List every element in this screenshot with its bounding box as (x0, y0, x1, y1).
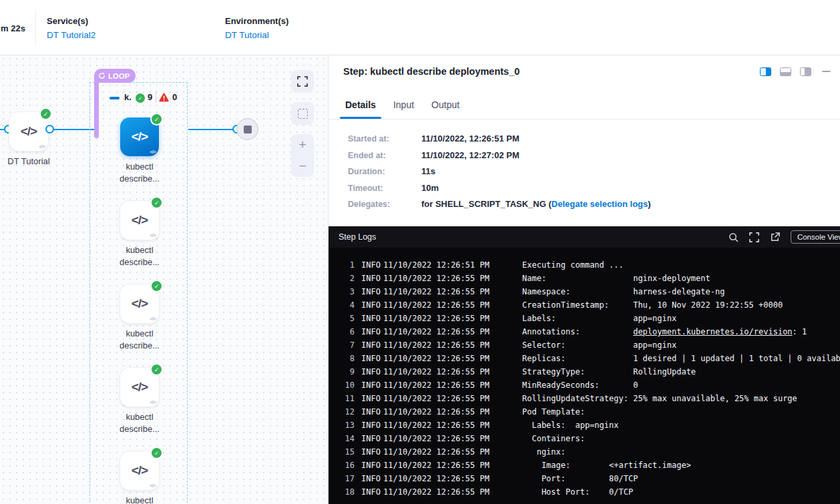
services-link[interactable]: DT Tutorial2 (47, 30, 95, 40)
tab-input[interactable]: Input (393, 99, 414, 119)
log-timestamp: 11/10/2022 12:26:55 PM (383, 419, 492, 432)
log-annotation-link[interactable]: deployment.kubernetes.io/revision (633, 327, 792, 336)
detail-row: Delegates: for SHELL_SCRIPT_TASK_NG (Del… (348, 199, 840, 210)
console-view-button[interactable]: Console View (791, 230, 840, 244)
environments-link[interactable]: DT Tutorial (225, 30, 288, 40)
log-message: CreationTimestamp: Thu, 10 Nov 2022 19:2… (522, 298, 783, 312)
zoom-out-button[interactable]: − (291, 156, 314, 177)
script-corner-icon: </> (39, 144, 45, 149)
detail-value: 11/10/2022, 12:26:51 PM (421, 134, 519, 144)
log-line: 10 INFO 11/10/2022 12:26:55 PM MinReadyS… (345, 379, 840, 392)
detail-label: Delegates: (348, 199, 421, 210)
pipeline-step-node[interactable]: </> </> ✓ (120, 451, 159, 490)
canvas-zoom-controls: + − (291, 134, 314, 177)
log-line-number: 18 (345, 485, 355, 499)
log-level: INFO (361, 459, 381, 472)
detail-row: Started at: 11/10/2022, 12:26:51 PM (348, 134, 840, 144)
log-level: INFO (361, 298, 381, 312)
log-level: INFO (361, 285, 381, 298)
open-in-new-icon (770, 232, 780, 242)
pipeline-end-node[interactable] (236, 118, 258, 140)
step-label: kubectl describe... (99, 244, 180, 268)
bottom-view-icon[interactable] (780, 67, 791, 76)
log-level: INFO (361, 352, 381, 365)
script-corner-icon: </> (150, 400, 156, 405)
step-label: kubectl describe... (99, 411, 180, 435)
detail-value: 11/10/2022, 12:27:02 PM (421, 150, 519, 161)
tab-details[interactable]: Details (345, 99, 376, 119)
log-message: Labels: app=nginx (522, 312, 676, 325)
log-line-number: 17 (345, 472, 355, 485)
detail-label: Started at: (348, 134, 421, 144)
log-line: 7 INFO 11/10/2022 12:26:55 PM Selector: … (345, 338, 840, 352)
log-search-button[interactable] (728, 232, 739, 242)
pipeline-step-node[interactable]: </> </> ✓ (120, 368, 159, 407)
panel-layout-controls (760, 67, 831, 76)
log-line-number: 7 (345, 338, 355, 352)
search-icon (728, 232, 739, 242)
log-toolbar: Console View (728, 230, 840, 244)
pipeline-step-node[interactable]: </> </> ✓ (120, 201, 159, 240)
step-label: kubectl describe... (99, 161, 180, 185)
log-line: 6 INFO 11/10/2022 12:26:55 PM Annotation… (345, 325, 840, 338)
stop-icon (244, 125, 252, 134)
log-message: Namespace: harness-delegate-ng (522, 285, 724, 298)
pipeline-step-node[interactable]: </> </> ✓ (120, 284, 159, 323)
success-badge-icon: ✓ (150, 363, 163, 376)
split-view-icon[interactable] (760, 67, 771, 76)
loop-accent-bar (94, 75, 99, 138)
collapse-group-button[interactable] (110, 97, 120, 99)
pipeline-graph-canvas[interactable]: </> </> ✓ DT Tutorial LOOP k. ✓ 9 (0, 55, 328, 504)
canvas-fullscreen-button[interactable] (291, 70, 314, 93)
minimize-icon[interactable] (822, 71, 831, 73)
detail-label: Ended at: (348, 150, 421, 161)
canvas-fit-selection-button[interactable] (291, 102, 314, 125)
right-view-icon[interactable] (800, 67, 811, 76)
log-level: INFO (361, 365, 381, 379)
log-line: 12 INFO 11/10/2022 12:26:55 PM Pod Templ… (345, 405, 840, 419)
log-message: RollingUpdateStrategy: 25% max unavailab… (522, 392, 797, 405)
step-label: kubectl describe... (99, 328, 180, 352)
log-timestamp: 11/10/2022 12:26:55 PM (383, 459, 492, 472)
script-corner-icon: </> (150, 150, 156, 154)
log-level: INFO (361, 419, 381, 432)
log-timestamp: 11/10/2022 12:26:55 PM (383, 298, 492, 312)
group-error-icon (159, 93, 169, 105)
log-open-new-button[interactable] (770, 232, 780, 242)
zoom-in-button[interactable]: + (291, 134, 314, 156)
log-message: Annotations: deployment.kubernetes.io/re… (522, 325, 807, 338)
group-error-count: 0 (172, 92, 177, 102)
loop-badge[interactable]: LOOP (94, 69, 136, 83)
log-line: 2 INFO 11/10/2022 12:26:55 PM Name: ngin… (345, 272, 840, 285)
detail-value: for SHELL_SCRIPT_TASK_NG (Delegate selec… (421, 199, 651, 210)
step-label-line1: kubectl (99, 244, 180, 256)
log-timestamp: 11/10/2022 12:26:55 PM (383, 312, 492, 325)
log-line-number: 8 (345, 352, 355, 365)
detail-row: Timeout: 10m (348, 183, 840, 194)
pipeline-step-node[interactable]: </> </> ✓ (120, 117, 159, 156)
fullscreen-icon (297, 76, 308, 87)
log-line: 8 INFO 11/10/2022 12:26:55 PM Replicas: … (345, 352, 840, 365)
log-line-number: 10 (345, 379, 355, 392)
detail-row: Duration: 11s (348, 166, 840, 177)
group-success-count: 9 (148, 92, 152, 102)
environments-meta: Environment(s) DT Tutorial (225, 16, 288, 40)
log-line: 11 INFO 11/10/2022 12:26:55 PM RollingUp… (345, 392, 840, 405)
step-label-line2: describe... (99, 423, 180, 435)
log-console[interactable]: 1 INFO 11/10/2022 12:26:51 PM Executing … (329, 248, 840, 504)
delegate-selection-logs-link[interactable]: Delegate selection logs (552, 199, 648, 209)
log-timestamp: 11/10/2022 12:26:55 PM (383, 485, 492, 499)
log-message: Selector: app=nginx (522, 338, 676, 352)
log-level: INFO (361, 472, 381, 485)
tab-output[interactable]: Output (431, 99, 459, 119)
script-step-icon: </> (132, 130, 148, 144)
start-step-node[interactable]: </> </> ✓ (9, 112, 48, 151)
node-port-icon[interactable] (45, 125, 54, 134)
step-label-line1: kubectl (99, 161, 180, 173)
log-level: INFO (361, 432, 381, 445)
log-line-number: 5 (345, 312, 355, 325)
log-fullscreen-button[interactable] (749, 232, 759, 242)
detail-row: Ended at: 11/10/2022, 12:27:02 PM (348, 150, 840, 161)
log-timestamp: 11/10/2022 12:26:55 PM (383, 272, 492, 285)
log-level: INFO (361, 379, 381, 392)
